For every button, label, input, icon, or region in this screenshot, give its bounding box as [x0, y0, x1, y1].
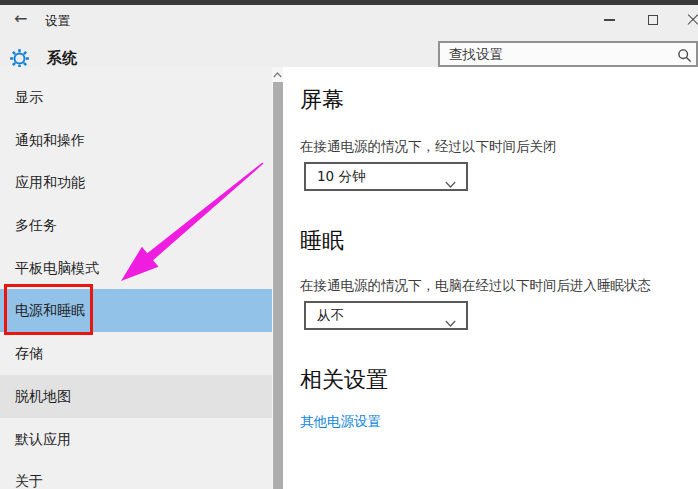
section-heading-sleep: 睡眠: [300, 226, 344, 256]
screen-timeout-description: 在接通电源的情况下，经过以下时间后关闭: [300, 138, 557, 156]
sidebar-item-power-sleep[interactable]: 电源和睡眠: [0, 289, 272, 332]
dropdown-value: 从不: [317, 303, 344, 328]
maximize-icon: [648, 15, 658, 25]
chevron-up-icon[interactable]: [272, 69, 283, 80]
section-heading-related: 相关设置: [300, 365, 388, 395]
screen-timeout-dropdown[interactable]: 10 分钟: [304, 162, 468, 191]
sleep-timeout-description: 在接通电源的情况下，电脑在经过以下时间后进入睡眠状态: [300, 277, 651, 295]
close-icon: [687, 14, 698, 26]
sleep-timeout-dropdown[interactable]: 从不: [304, 301, 468, 330]
sidebar-scrollbar[interactable]: [272, 67, 283, 489]
sidebar-item-default-apps[interactable]: 默认应用: [0, 418, 272, 461]
sidebar: 显示 通知和操作 应用和功能 多任务 平板电脑模式 电源和睡眠 存储 脱机地图 …: [0, 67, 272, 489]
minimize-icon: [604, 19, 615, 20]
sidebar-item-display[interactable]: 显示: [0, 76, 272, 119]
title-bar: ← 设置: [0, 5, 698, 67]
close-button[interactable]: [676, 5, 698, 35]
section-heading-screen: 屏幕: [300, 85, 344, 115]
chevron-down-icon: [445, 312, 456, 319]
maximize-button[interactable]: [636, 5, 670, 35]
dropdown-value: 10 分钟: [317, 164, 365, 189]
additional-power-settings-link[interactable]: 其他电源设置: [300, 413, 381, 431]
chevron-down-icon: [445, 173, 456, 180]
sidebar-item-multitasking[interactable]: 多任务: [0, 204, 272, 247]
sidebar-item-storage[interactable]: 存储: [0, 332, 272, 375]
search-box: [438, 41, 698, 67]
sidebar-item-notifications[interactable]: 通知和操作: [0, 119, 272, 162]
sidebar-item-offline-maps[interactable]: 脱机地图: [0, 375, 272, 418]
sidebar-item-about[interactable]: 关于: [0, 460, 272, 489]
page-title: 系统: [47, 49, 77, 68]
scrollbar-thumb[interactable]: [273, 82, 283, 489]
search-icon[interactable]: [677, 48, 692, 63]
settings-window: ← 设置: [0, 0, 698, 489]
sidebar-item-apps[interactable]: 应用和功能: [0, 161, 272, 204]
minimize-button[interactable]: [592, 5, 626, 35]
window-title: 设置: [45, 13, 70, 30]
content-pane: 屏幕 在接通电源的情况下，经过以下时间后关闭 10 分钟 睡眠 在接通电源的情况…: [283, 67, 698, 489]
sidebar-item-tablet-mode[interactable]: 平板电脑模式: [0, 247, 272, 290]
search-input[interactable]: [440, 43, 696, 65]
back-button[interactable]: ←: [14, 11, 27, 27]
